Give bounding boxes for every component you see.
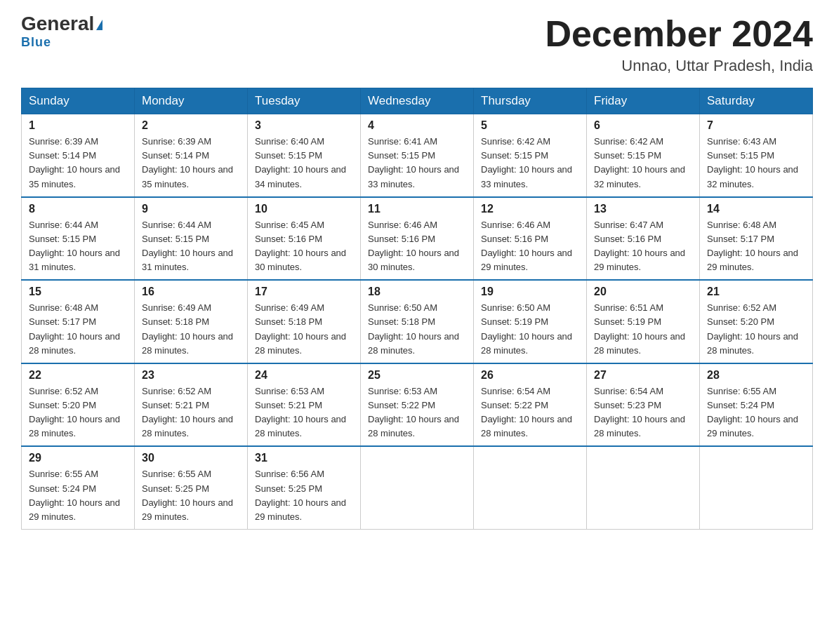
day-info: Sunrise: 6:43 AMSunset: 5:15 PMDaylight:…	[707, 136, 798, 189]
day-number: 9	[142, 203, 240, 215]
calendar-cell: 9 Sunrise: 6:44 AMSunset: 5:15 PMDayligh…	[135, 197, 248, 281]
day-info: Sunrise: 6:46 AMSunset: 5:16 PMDaylight:…	[368, 220, 459, 272]
calendar-cell: 21 Sunrise: 6:52 AMSunset: 5:20 PMDaylig…	[700, 280, 813, 363]
calendar-cell: 3 Sunrise: 6:40 AMSunset: 5:15 PMDayligh…	[248, 114, 361, 197]
calendar-cell: 30 Sunrise: 6:55 AMSunset: 5:25 PMDaylig…	[135, 446, 248, 529]
day-number: 29	[29, 452, 127, 464]
day-number: 21	[707, 286, 805, 298]
calendar-cell: 18 Sunrise: 6:50 AMSunset: 5:18 PMDaylig…	[361, 280, 474, 363]
calendar-cell: 31 Sunrise: 6:56 AMSunset: 5:25 PMDaylig…	[248, 446, 361, 529]
calendar-cell: 4 Sunrise: 6:41 AMSunset: 5:15 PMDayligh…	[361, 114, 474, 197]
day-number: 12	[481, 203, 579, 215]
day-info: Sunrise: 6:49 AMSunset: 5:18 PMDaylight:…	[142, 302, 233, 355]
day-info: Sunrise: 6:48 AMSunset: 5:17 PMDaylight:…	[29, 302, 120, 355]
calendar-cell: 13 Sunrise: 6:47 AMSunset: 5:16 PMDaylig…	[587, 197, 700, 281]
calendar-week-5: 29 Sunrise: 6:55 AMSunset: 5:24 PMDaylig…	[22, 446, 813, 529]
day-number: 31	[255, 452, 353, 464]
calendar-cell: 19 Sunrise: 6:50 AMSunset: 5:19 PMDaylig…	[474, 280, 587, 363]
day-number: 4	[368, 119, 466, 132]
day-number: 5	[481, 119, 579, 132]
day-number: 28	[707, 369, 805, 382]
title-section: December 2024 Unnao, Uttar Pradesh, Indi…	[545, 14, 813, 75]
day-number: 22	[29, 369, 127, 382]
day-number: 23	[142, 369, 240, 382]
day-number: 10	[255, 203, 353, 215]
calendar-cell: 23 Sunrise: 6:52 AMSunset: 5:21 PMDaylig…	[135, 363, 248, 447]
day-number: 11	[368, 203, 466, 215]
day-number: 17	[255, 286, 353, 298]
day-info: Sunrise: 6:54 AMSunset: 5:22 PMDaylight:…	[481, 386, 572, 438]
day-number: 13	[594, 203, 692, 215]
day-number: 15	[29, 286, 127, 298]
calendar-header-row: SundayMondayTuesdayWednesdayThursdayFrid…	[22, 88, 813, 114]
calendar-header-monday: Monday	[135, 88, 248, 114]
calendar-cell: 5 Sunrise: 6:42 AMSunset: 5:15 PMDayligh…	[474, 114, 587, 197]
calendar-week-1: 1 Sunrise: 6:39 AMSunset: 5:14 PMDayligh…	[22, 114, 813, 197]
day-number: 2	[142, 119, 240, 132]
day-number: 16	[142, 286, 240, 298]
day-info: Sunrise: 6:56 AMSunset: 5:25 PMDaylight:…	[255, 469, 346, 521]
calendar-cell: 15 Sunrise: 6:48 AMSunset: 5:17 PMDaylig…	[22, 280, 135, 363]
day-info: Sunrise: 6:50 AMSunset: 5:18 PMDaylight:…	[368, 302, 459, 355]
day-info: Sunrise: 6:55 AMSunset: 5:25 PMDaylight:…	[142, 469, 233, 521]
calendar-header-friday: Friday	[587, 88, 700, 114]
calendar-cell: 12 Sunrise: 6:46 AMSunset: 5:16 PMDaylig…	[474, 197, 587, 281]
calendar-cell: 29 Sunrise: 6:55 AMSunset: 5:24 PMDaylig…	[22, 446, 135, 529]
day-info: Sunrise: 6:47 AMSunset: 5:16 PMDaylight:…	[594, 220, 685, 272]
calendar-cell: 20 Sunrise: 6:51 AMSunset: 5:19 PMDaylig…	[587, 280, 700, 363]
day-number: 6	[594, 119, 692, 132]
day-number: 27	[594, 369, 692, 382]
logo-main: General	[21, 14, 102, 34]
day-info: Sunrise: 6:53 AMSunset: 5:22 PMDaylight:…	[368, 386, 459, 438]
calendar-cell: 2 Sunrise: 6:39 AMSunset: 5:14 PMDayligh…	[135, 114, 248, 197]
day-number: 1	[29, 119, 127, 132]
calendar-table: SundayMondayTuesdayWednesdayThursdayFrid…	[21, 88, 813, 530]
page-header: General Blue December 2024 Unnao, Uttar …	[21, 14, 813, 75]
calendar-cell	[361, 446, 474, 529]
logo: General Blue	[21, 14, 102, 50]
calendar-cell: 11 Sunrise: 6:46 AMSunset: 5:16 PMDaylig…	[361, 197, 474, 281]
day-info: Sunrise: 6:52 AMSunset: 5:20 PMDaylight:…	[29, 386, 120, 438]
calendar-cell: 16 Sunrise: 6:49 AMSunset: 5:18 PMDaylig…	[135, 280, 248, 363]
day-info: Sunrise: 6:55 AMSunset: 5:24 PMDaylight:…	[29, 469, 120, 521]
day-info: Sunrise: 6:39 AMSunset: 5:14 PMDaylight:…	[29, 136, 120, 189]
day-number: 3	[255, 119, 353, 132]
calendar-cell	[700, 446, 813, 529]
calendar-header-sunday: Sunday	[22, 88, 135, 114]
calendar-cell: 7 Sunrise: 6:43 AMSunset: 5:15 PMDayligh…	[700, 114, 813, 197]
day-info: Sunrise: 6:44 AMSunset: 5:15 PMDaylight:…	[142, 220, 233, 272]
day-info: Sunrise: 6:40 AMSunset: 5:15 PMDaylight:…	[255, 136, 346, 189]
calendar-cell: 25 Sunrise: 6:53 AMSunset: 5:22 PMDaylig…	[361, 363, 474, 447]
day-number: 14	[707, 203, 805, 215]
day-info: Sunrise: 6:45 AMSunset: 5:16 PMDaylight:…	[255, 220, 346, 272]
day-info: Sunrise: 6:48 AMSunset: 5:17 PMDaylight:…	[707, 220, 798, 272]
logo-sub: Blue	[21, 35, 51, 50]
calendar-header-saturday: Saturday	[700, 88, 813, 114]
day-number: 25	[368, 369, 466, 382]
day-info: Sunrise: 6:52 AMSunset: 5:20 PMDaylight:…	[707, 302, 798, 355]
day-info: Sunrise: 6:46 AMSunset: 5:16 PMDaylight:…	[481, 220, 572, 272]
day-info: Sunrise: 6:49 AMSunset: 5:18 PMDaylight:…	[255, 302, 346, 355]
calendar-cell: 27 Sunrise: 6:54 AMSunset: 5:23 PMDaylig…	[587, 363, 700, 447]
day-info: Sunrise: 6:50 AMSunset: 5:19 PMDaylight:…	[481, 302, 572, 355]
day-number: 19	[481, 286, 579, 298]
day-number: 24	[255, 369, 353, 382]
day-info: Sunrise: 6:42 AMSunset: 5:15 PMDaylight:…	[594, 136, 685, 189]
month-title: December 2024	[545, 14, 813, 54]
day-info: Sunrise: 6:54 AMSunset: 5:23 PMDaylight:…	[594, 386, 685, 438]
calendar-cell: 1 Sunrise: 6:39 AMSunset: 5:14 PMDayligh…	[22, 114, 135, 197]
day-info: Sunrise: 6:53 AMSunset: 5:21 PMDaylight:…	[255, 386, 346, 438]
day-number: 18	[368, 286, 466, 298]
calendar-cell: 26 Sunrise: 6:54 AMSunset: 5:22 PMDaylig…	[474, 363, 587, 447]
calendar-header-wednesday: Wednesday	[361, 88, 474, 114]
day-number: 20	[594, 286, 692, 298]
calendar-cell: 6 Sunrise: 6:42 AMSunset: 5:15 PMDayligh…	[587, 114, 700, 197]
calendar-header-thursday: Thursday	[474, 88, 587, 114]
calendar-week-3: 15 Sunrise: 6:48 AMSunset: 5:17 PMDaylig…	[22, 280, 813, 363]
calendar-header-tuesday: Tuesday	[248, 88, 361, 114]
calendar-cell: 14 Sunrise: 6:48 AMSunset: 5:17 PMDaylig…	[700, 197, 813, 281]
calendar-cell: 17 Sunrise: 6:49 AMSunset: 5:18 PMDaylig…	[248, 280, 361, 363]
calendar-cell: 22 Sunrise: 6:52 AMSunset: 5:20 PMDaylig…	[22, 363, 135, 447]
day-info: Sunrise: 6:44 AMSunset: 5:15 PMDaylight:…	[29, 220, 120, 272]
calendar-cell: 28 Sunrise: 6:55 AMSunset: 5:24 PMDaylig…	[700, 363, 813, 447]
